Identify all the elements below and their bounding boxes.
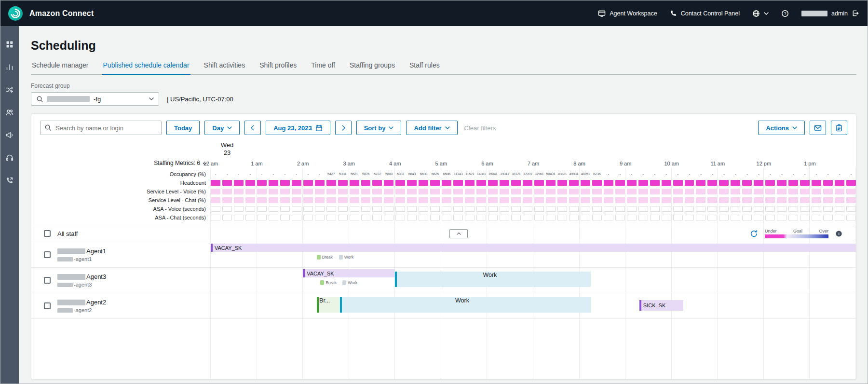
user-menu[interactable]: admin [801, 10, 859, 17]
metric-cell [592, 206, 602, 212]
sidebar-item-channels[interactable] [5, 130, 14, 140]
user-label: admin [831, 10, 848, 17]
schedule-bar-work[interactable]: Work [395, 272, 591, 287]
caret-down-icon [389, 126, 393, 129]
metric-value: 6643 [407, 171, 417, 178]
clear-filters-link[interactable]: Clear filters [464, 124, 496, 132]
date-picker-button[interactable]: Aug 23, 2023 [266, 121, 330, 135]
metric-value: 49931 [569, 171, 579, 178]
metric-cell [211, 215, 220, 220]
actions-button[interactable]: Actions [758, 121, 805, 135]
view-select[interactable]: Day [204, 121, 240, 135]
sidebar-item-routing[interactable] [5, 85, 14, 95]
metric-value: - [812, 171, 821, 178]
coverage-legend-bar [765, 234, 828, 238]
metric-cell [812, 215, 821, 220]
forecast-group-select[interactable]: -fg [31, 92, 159, 106]
schedule-bar-vacay-sk[interactable]: VACAY_SK [211, 244, 856, 252]
metric-value: - [269, 171, 278, 178]
sidebar-item-headset[interactable] [5, 153, 14, 163]
sort-by-button[interactable]: Sort by [356, 121, 402, 135]
metric-cell [407, 180, 417, 186]
collapse-metrics-button[interactable] [449, 229, 468, 238]
tab-staffing-groups[interactable]: Staffing groups [349, 61, 396, 74]
metric-cell [234, 189, 244, 194]
amazon-connect-window: Amazon Connect Agent Workspace Contact C… [0, 0, 868, 384]
metric-cell [731, 197, 740, 203]
tab-shift-profiles[interactable]: Shift profiles [258, 61, 298, 74]
metric-cell [846, 197, 856, 203]
schedule-bar-br[interactable]: Br... [317, 297, 340, 313]
metric-cell [350, 180, 359, 186]
amazon-connect-logo[interactable] [7, 5, 24, 22]
agent-checkbox[interactable] [44, 302, 51, 309]
metric-row-service-level-voice: Service Level - Voice (%) [31, 187, 856, 196]
metrics-rows: Occupancy (%)----------54275394552158765… [31, 168, 856, 225]
tab-shift-activities[interactable]: Shift activities [203, 61, 246, 74]
language-selector[interactable] [752, 10, 769, 17]
agent-workspace-link[interactable]: Agent Workspace [598, 10, 657, 17]
signout-icon [852, 10, 859, 17]
metrics-icon [6, 63, 14, 71]
next-day-button[interactable] [335, 121, 352, 135]
today-button[interactable]: Today [166, 121, 200, 135]
headset-icon [6, 154, 14, 162]
day-name: Wed [217, 141, 238, 149]
metric-cell [326, 197, 336, 203]
message-button[interactable] [810, 121, 826, 135]
schedule-bar-work[interactable]: Work [340, 297, 591, 313]
search-input[interactable] [40, 121, 162, 135]
agent-checkbox[interactable] [44, 277, 51, 284]
staffing-metrics-toggle[interactable]: Staffing Metrics: 6 [31, 157, 211, 168]
agent-row-agent1: Agent1-agent1VACAY_SKBreakWork [31, 242, 856, 268]
metric-cell [511, 206, 521, 212]
prev-day-button[interactable] [244, 121, 261, 135]
copy-schedule-button[interactable] [831, 121, 847, 135]
metric-cell [754, 189, 763, 194]
refresh-button[interactable] [750, 230, 758, 238]
help-button[interactable]: ? [781, 10, 789, 17]
metric-label: Service Level - Chat (%) [31, 197, 211, 203]
metric-cell [592, 197, 602, 203]
metric-label: Occupancy (%) [31, 171, 211, 177]
sidebar-item-outbound-call[interactable] [5, 176, 14, 185]
metric-cell [384, 206, 393, 212]
sidebar-item-metrics[interactable] [5, 62, 14, 72]
metric-cells [211, 206, 856, 212]
tab-time-off[interactable]: Time off [310, 61, 336, 74]
schedule-bar-vacay-sk[interactable]: VACAY_SK [303, 269, 395, 277]
add-filter-button[interactable]: Add filter [406, 121, 457, 135]
tab-schedule-manager[interactable]: Schedule manager [31, 61, 90, 74]
metric-value: - [303, 171, 313, 178]
metric-cell [707, 197, 717, 203]
metric-cell [476, 215, 486, 220]
metric-cell [500, 189, 509, 194]
metric-cell [234, 197, 244, 203]
tab-published-schedule-calendar[interactable]: Published schedule calendar [102, 61, 190, 74]
metric-row-occupancy: Occupancy (%)----------54275394552158765… [31, 170, 856, 178]
schedule-bar-sick-sk[interactable]: SICK_SK [639, 300, 683, 311]
metric-value: - [280, 171, 290, 178]
metric-cell [546, 197, 556, 203]
metric-cell [292, 206, 301, 212]
agent-checkbox[interactable] [44, 251, 51, 258]
metric-cell [350, 206, 359, 212]
metric-cell [500, 215, 509, 220]
all-staff-checkbox[interactable] [44, 230, 51, 237]
redacted-forecast-group [47, 96, 90, 102]
contact-control-panel-link[interactable]: Contact Control Panel [670, 10, 740, 17]
sidebar-item-dashboard[interactable] [5, 40, 14, 49]
sidebar-item-users[interactable] [5, 108, 14, 117]
redacted-username [801, 11, 827, 16]
metric-value: 5427 [326, 171, 336, 178]
metric-cell [788, 197, 798, 203]
topbar: Amazon Connect Agent Workspace Contact C… [0, 0, 868, 26]
metric-cell [696, 215, 705, 220]
info-icon[interactable]: i [835, 230, 842, 237]
tab-staff-rules[interactable]: Staff rules [408, 61, 441, 74]
metric-cell [303, 197, 313, 203]
metric-value: 5521 [350, 171, 359, 178]
metric-cell [719, 197, 729, 203]
metric-cell [315, 197, 325, 203]
metric-cell [777, 197, 787, 203]
